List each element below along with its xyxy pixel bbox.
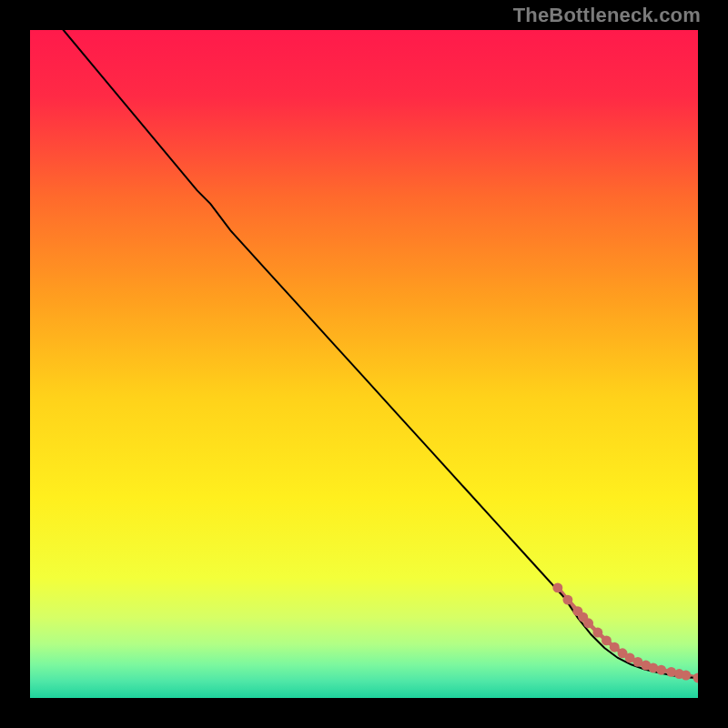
marker-dot [552,582,562,592]
marker-dot [583,618,593,628]
gradient-background [30,30,698,698]
marker-dot [562,595,572,605]
marker-dot [592,628,602,638]
marker-dot [610,642,620,652]
marker-dot [681,671,691,681]
plot-area [27,27,701,701]
marker-dot [656,665,666,675]
chart-svg [30,30,698,698]
watermark-text: TheBottleneck.com [513,4,701,27]
chart-stage: TheBottleneck.com [0,0,728,728]
marker-dot [602,635,612,645]
